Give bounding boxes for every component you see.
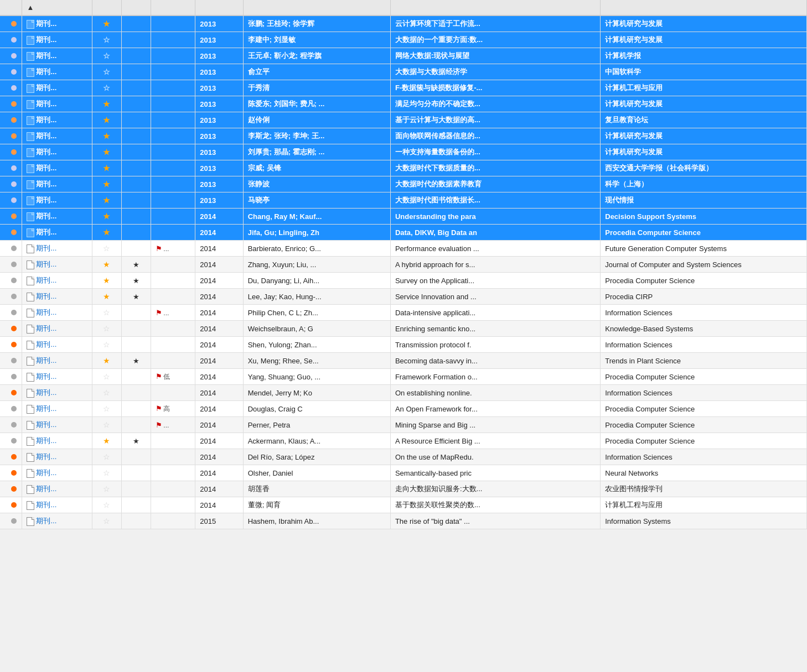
row-star1[interactable]: ★: [92, 176, 121, 192]
table-row[interactable]: 期刊...☆⚑...2014Philip Chen, C L; Zh...Dat…: [0, 305, 807, 321]
row-flag[interactable]: [151, 513, 195, 529]
table-row[interactable]: 期刊...☆2014Mendel, Jerry M; KoOn establis…: [0, 385, 807, 401]
row-type[interactable]: 期刊...: [22, 209, 92, 225]
col-source-header[interactable]: [601, 0, 807, 15]
star-icon[interactable]: ☆: [103, 35, 110, 44]
row-flag[interactable]: [151, 465, 195, 481]
table-row[interactable]: 期刊...☆2014Olsher, DanielSemantically-bas…: [0, 465, 807, 481]
row-type[interactable]: 期刊...: [22, 257, 92, 273]
row-type[interactable]: 期刊...: [22, 417, 92, 433]
row-flag[interactable]: [151, 337, 195, 353]
row-star1[interactable]: ★: [92, 15, 121, 32]
table-row[interactable]: 期刊...★★2014Zhang, Xuyun; Liu, ...A hybri…: [0, 257, 807, 273]
row-type[interactable]: 期刊...: [22, 176, 92, 192]
table-row[interactable]: 期刊...☆2014Shen, Yulong; Zhan...Transmiss…: [0, 337, 807, 353]
star-icon[interactable]: ★: [103, 196, 110, 205]
row-star2[interactable]: [122, 112, 151, 128]
star-icon[interactable]: ☆: [103, 404, 110, 413]
col-year-header[interactable]: [195, 0, 244, 15]
row-type[interactable]: 期刊...: [22, 192, 92, 209]
star-icon[interactable]: ☆: [103, 244, 110, 253]
row-star2[interactable]: [122, 225, 151, 241]
row-star1[interactable]: ☆: [92, 401, 121, 417]
row-star1[interactable]: ★: [92, 433, 121, 449]
row-flag[interactable]: [151, 353, 195, 369]
row-star1[interactable]: ★: [92, 209, 121, 225]
row-star2[interactable]: [122, 128, 151, 144]
row-star1[interactable]: ☆: [92, 513, 121, 529]
row-star1[interactable]: ☆: [92, 80, 121, 96]
table-row[interactable]: 期刊...★2014Jifa, Gu; Lingling, ZhData, DI…: [0, 225, 807, 241]
star-icon[interactable]: ★: [103, 212, 110, 221]
star-black-icon[interactable]: ★: [133, 277, 139, 285]
star-icon[interactable]: ☆: [103, 308, 110, 317]
star-icon[interactable]: ☆: [103, 51, 110, 60]
star-icon[interactable]: ☆: [103, 501, 110, 509]
row-flag[interactable]: [151, 48, 195, 64]
row-type[interactable]: 期刊...: [22, 273, 92, 289]
row-type[interactable]: 期刊...: [22, 32, 92, 48]
star-icon[interactable]: ★: [103, 116, 110, 124]
star-black-icon[interactable]: ★: [133, 437, 139, 445]
row-flag[interactable]: [151, 144, 195, 160]
star-icon[interactable]: ☆: [103, 340, 110, 349]
row-type[interactable]: 期刊...: [22, 64, 92, 80]
row-flag[interactable]: [151, 32, 195, 48]
row-star2[interactable]: [122, 465, 151, 481]
row-star2[interactable]: [122, 192, 151, 209]
star-icon[interactable]: ☆: [103, 485, 110, 493]
table-row[interactable]: 期刊...☆2015Hashem, Ibrahim Ab...The rise …: [0, 513, 807, 529]
star-black-icon[interactable]: ★: [133, 357, 139, 365]
table-row[interactable]: 期刊...★2013张鹏; 王桂玲; 徐学辉云计算环境下适于工作流...计算机研…: [0, 15, 807, 32]
row-star2[interactable]: ★: [122, 257, 151, 273]
row-star2[interactable]: [122, 241, 151, 257]
row-flag[interactable]: [151, 481, 195, 497]
row-flag[interactable]: [151, 225, 195, 241]
row-star2[interactable]: [122, 64, 151, 80]
star-icon[interactable]: ☆: [103, 324, 110, 333]
row-type[interactable]: 期刊...: [22, 96, 92, 112]
row-type[interactable]: 期刊...: [22, 353, 92, 369]
table-row[interactable]: 期刊...★★2014Du, Danyang; Li, Aih...Survey…: [0, 273, 807, 289]
row-type[interactable]: 期刊...: [22, 449, 92, 465]
row-star2[interactable]: [122, 321, 151, 337]
row-star1[interactable]: ★: [92, 225, 121, 241]
star-icon[interactable]: ☆: [103, 452, 110, 461]
star-icon[interactable]: ★: [103, 228, 110, 237]
row-flag[interactable]: [151, 497, 195, 513]
row-flag[interactable]: [151, 128, 195, 144]
row-flag[interactable]: [151, 64, 195, 80]
table-row[interactable]: 期刊...☆2014Del Río, Sara; LópezOn the use…: [0, 449, 807, 465]
row-star2[interactable]: ★: [122, 273, 151, 289]
row-flag[interactable]: ⚑...: [151, 241, 195, 257]
row-star2[interactable]: [122, 369, 151, 385]
star-icon[interactable]: ★: [103, 180, 110, 189]
row-star1[interactable]: ★: [92, 128, 121, 144]
row-type[interactable]: 期刊...: [22, 337, 92, 353]
row-star1[interactable]: ★: [92, 289, 121, 305]
row-star2[interactable]: [122, 497, 151, 513]
row-star2[interactable]: ★: [122, 289, 151, 305]
row-star1[interactable]: ☆: [92, 417, 121, 433]
star-icon[interactable]: ☆: [103, 517, 110, 525]
row-star1[interactable]: ★: [92, 144, 121, 160]
star-icon[interactable]: ☆: [103, 84, 110, 92]
star-icon[interactable]: ★: [103, 132, 110, 140]
row-flag[interactable]: [151, 80, 195, 96]
row-type[interactable]: 期刊...: [22, 289, 92, 305]
row-star1[interactable]: ☆: [92, 241, 121, 257]
row-star2[interactable]: [122, 15, 151, 32]
star-icon[interactable]: ☆: [103, 372, 110, 381]
col-author-header[interactable]: [243, 0, 390, 15]
row-type[interactable]: 期刊...: [22, 497, 92, 513]
table-row[interactable]: 期刊...☆⚑高2014Douglas, Craig CAn Open Fram…: [0, 401, 807, 417]
row-star1[interactable]: ★: [92, 112, 121, 128]
row-flag[interactable]: [151, 289, 195, 305]
row-type[interactable]: 期刊...: [22, 144, 92, 160]
table-row[interactable]: 期刊...★★2014Lee, Jay; Kao, Hung-...Servic…: [0, 289, 807, 305]
table-row[interactable]: 期刊...★2013马晓亭大数据时代图书馆数据长...现代情报: [0, 192, 807, 209]
row-flag[interactable]: [151, 321, 195, 337]
row-type[interactable]: 期刊...: [22, 80, 92, 96]
row-flag[interactable]: ⚑...: [151, 305, 195, 321]
row-type[interactable]: 期刊...: [22, 321, 92, 337]
